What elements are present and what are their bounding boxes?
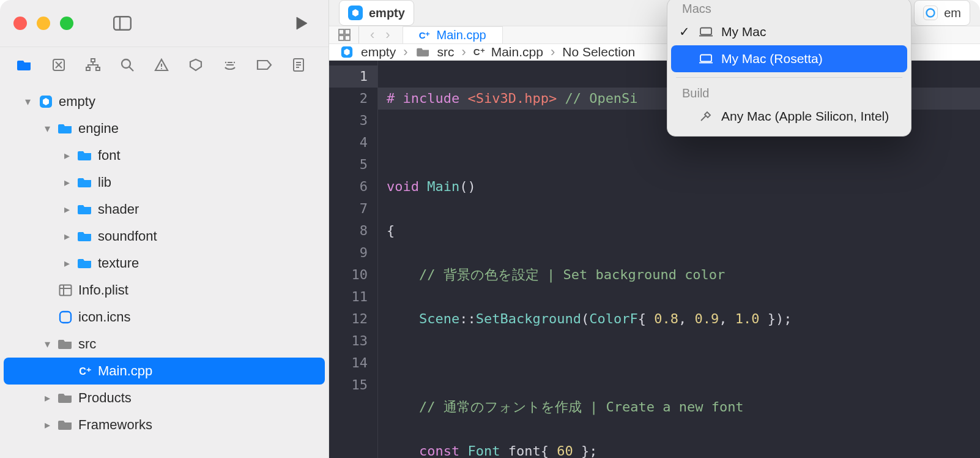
chevron-right-icon: › [402,44,409,60]
folder-icon [77,175,93,190]
project-navigator-icon[interactable] [16,56,33,73]
tab-file-label: Main.cpp [437,28,486,42]
symbol-navigator-icon[interactable] [84,56,102,73]
tab-tools: ‹ › [329,26,403,43]
mac-icon [699,53,713,64]
tree-item-texture[interactable]: ▸ texture [4,250,325,277]
zoom-window-button[interactable] [60,17,73,30]
tree-label: empty [59,94,95,110]
crumb-project[interactable]: empty [361,45,396,59]
folder-icon [77,201,93,217]
line-number: 5 [329,154,368,176]
tree-item-shader[interactable]: ▸ shader [4,196,325,223]
svg-rect-6 [86,67,90,70]
nav-forward-button[interactable]: › [382,27,393,43]
line-number: 2 [329,88,368,110]
cpp-file-icon: C⁺ [77,363,93,379]
folder-icon [77,228,93,244]
tree-item-icon-icns[interactable]: ▸ icon.icns [4,304,325,331]
crumb-folder[interactable]: src [437,45,455,59]
tree-item-src[interactable]: ▾ src [4,331,325,358]
close-window-button[interactable] [13,17,27,30]
debug-navigator-icon[interactable] [221,56,239,73]
line-number: 15 [329,374,368,396]
crumb-file[interactable]: Main.cpp [491,45,543,59]
line-number: 11 [329,286,368,308]
line-number: 7 [329,198,368,220]
line-number: 12 [329,308,368,330]
tree-label: font [98,148,121,163]
tree-label: shader [98,201,139,217]
run-button[interactable] [288,10,315,37]
tree-item-lib[interactable]: ▸ lib [4,169,325,196]
report-navigator-icon[interactable] [290,56,307,73]
icns-icon [58,309,73,325]
toggle-sidebar-icon[interactable] [109,10,136,37]
tree-label: engine [78,121,119,137]
tree-label: Info.plist [78,282,128,298]
svg-rect-22 [60,312,71,323]
svg-rect-0 [114,17,131,30]
line-number: 13 [329,330,368,352]
run-destination-selector[interactable]: em [914,0,970,26]
menu-item-label: Any Mac (Apple Silicon, Intel) [721,109,889,124]
project-tree: ▾ empty ▾ engine ▸ font ▸ lib [0,82,329,438]
folder-icon [58,336,73,352]
nav-back-button[interactable]: ‹ [366,27,378,43]
run-destination-menu: Macs ✓ My Mac My Mac (Rosetta) Build [667,0,911,137]
scheme-selector[interactable]: empty [339,0,414,26]
menu-item-my-mac[interactable]: ✓ My Mac [671,18,907,45]
breakpoint-navigator-icon[interactable] [256,56,273,73]
checkmark-icon: ✓ [678,24,691,39]
line-number-gutter: 1 2 3 4 5 6 7 8 9 10 11 12 13 14 15 [329,61,378,458]
minimize-window-button[interactable] [37,17,50,30]
target-label: em [944,6,961,20]
svg-point-8 [122,59,130,68]
svg-rect-5 [91,59,95,62]
svg-point-11 [161,68,162,69]
line-number: 6 [329,176,368,198]
find-navigator-icon[interactable] [119,56,136,73]
tree-item-font[interactable]: ▸ font [4,142,325,169]
hammer-icon [699,111,713,122]
menu-item-any-mac[interactable]: Any Mac (Apple Silicon, Intel) [671,103,907,130]
menu-section-header: Build [671,83,907,103]
tree-label: lib [98,175,111,190]
titlebar [0,0,329,47]
plist-icon [58,282,73,298]
tree-item-info-plist[interactable]: ▸ Info.plist [4,277,325,304]
tree-item-frameworks[interactable]: ▸ Frameworks [4,411,325,438]
tree-item-main-cpp[interactable]: ▸ C⁺ Main.cpp [4,358,325,385]
navigator-selector-bar [0,47,329,82]
folder-icon [77,255,93,271]
line-number: 1 [329,66,377,88]
mac-icon [699,26,713,37]
svg-rect-27 [345,36,350,40]
target-app-icon [923,6,938,20]
svg-point-23 [927,9,935,17]
tree-item-project[interactable]: ▾ empty [4,88,325,115]
related-items-icon[interactable] [338,28,351,42]
svg-point-13 [234,61,235,62]
tree-item-soundfont[interactable]: ▸ soundfont [4,223,325,250]
file-tab-main-cpp[interactable]: C⁺ Main.cpp [403,26,503,43]
tree-label: Main.cpp [98,363,152,379]
editor-area: empty em ‹ › C⁺ Main.cpp [329,0,980,458]
test-navigator-icon[interactable] [187,56,204,73]
line-number: 4 [329,132,368,154]
source-control-navigator-icon[interactable] [50,56,67,73]
line-number: 9 [329,242,368,264]
line-number: 3 [329,110,368,132]
crumb-selection[interactable]: No Selection [562,45,635,59]
issue-navigator-icon[interactable] [153,56,170,73]
menu-separator [676,77,902,78]
menu-item-my-mac-rosetta[interactable]: My Mac (Rosetta) [671,45,907,72]
svg-line-9 [129,67,133,71]
menu-item-label: My Mac (Rosetta) [721,51,823,66]
chevron-right-icon: › [549,44,556,60]
tree-item-products[interactable]: ▸ Products [4,385,325,411]
svg-rect-25 [345,29,350,34]
tree-label: icon.icns [78,309,131,325]
tree-item-engine[interactable]: ▾ engine [4,115,325,142]
line-number: 8 [329,220,368,242]
